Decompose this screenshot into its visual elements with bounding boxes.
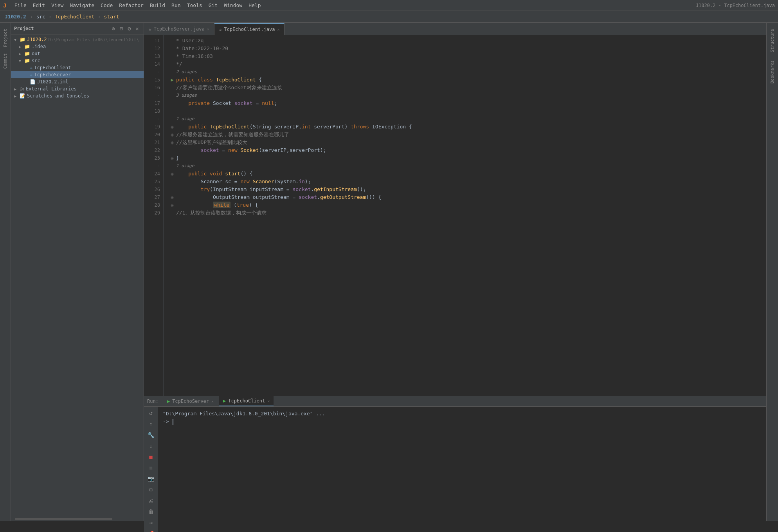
pin-btn[interactable]: 📌 xyxy=(146,529,156,532)
breadcrumb: J1020.2 › src › TcpEchoClient › start xyxy=(0,11,778,23)
tree-idea[interactable]: ▶ 📁 .idea xyxy=(11,43,144,50)
server-tab-icon: ☕ xyxy=(149,27,151,32)
tcp-server-label: TcpEchoServer xyxy=(34,72,71,78)
tree-tcp-client[interactable]: ☕ TcpEchoClient xyxy=(11,64,144,71)
breadcrumb-src[interactable]: src xyxy=(36,14,45,20)
menu-help[interactable]: Help xyxy=(245,0,264,11)
client-tab-label: TcpEchoClient.java xyxy=(224,27,275,32)
print-btn[interactable]: 🖨 xyxy=(146,496,156,505)
stop-btn[interactable]: ■ xyxy=(146,452,156,462)
settings-btn[interactable]: ≡ xyxy=(146,463,156,472)
code-line-21: ◉ //这里和UDP客户端差别比较大 xyxy=(168,139,762,146)
tab-server[interactable]: ☕ TcpEchoServer.java ✕ xyxy=(144,23,214,35)
code-line-14: */ xyxy=(168,60,762,68)
menu-build[interactable]: Build xyxy=(147,0,168,11)
trash-btn[interactable]: 🗑 xyxy=(146,507,156,516)
breadcrumb-method[interactable]: start xyxy=(104,14,119,20)
close-panel-btn[interactable]: ✕ xyxy=(134,25,140,32)
run-output-line-1: "D:\Program Files\Java\jdk1.8.0_201\bin\… xyxy=(163,410,762,418)
tab-client[interactable]: ☕ TcpEchoClient.java ✕ xyxy=(214,23,285,35)
code-meta-usages-4: 1 usage xyxy=(168,162,762,170)
menu-code[interactable]: Code xyxy=(97,0,116,11)
run-client-close[interactable]: ✕ xyxy=(267,399,270,403)
project-tree: ▼ 📁 J1020.2 D:\Program Files (x86)\tence… xyxy=(11,34,144,517)
code-line-23: ◉ } xyxy=(168,154,762,162)
server-tab-close[interactable]: ✕ xyxy=(207,27,209,31)
code-line-20: ◉ //和服务器建立连接，就需要知道服务器在哪儿了 xyxy=(168,131,762,139)
far-left-strip: Project Commit xyxy=(0,23,11,521)
scratches-label: Scratches and Consoles xyxy=(27,93,89,99)
code-line-22: socket = new Socket(serverIP,serverPort)… xyxy=(168,146,762,154)
tab-bar: ☕ TcpEchoServer.java ✕ ☕ TcpEchoClient.j… xyxy=(144,23,766,35)
code-line-19: ◉ public TcpEchoClient(String serverIP,i… xyxy=(168,123,762,131)
code-content[interactable]: * User:zq * Date:2022-10-20 * Time:16:03 xyxy=(164,35,766,396)
menu-run[interactable]: Run xyxy=(168,0,184,11)
server-tab-label: TcpEchoServer.java xyxy=(154,26,205,32)
tree-root[interactable]: ▼ 📁 J1020.2 D:\Program Files (x86)\tence… xyxy=(11,36,144,43)
src-label: src xyxy=(32,58,40,63)
code-line-26: try(InputStream inputStream = socket.get… xyxy=(168,186,762,193)
split-btn[interactable]: ⊞ xyxy=(146,485,156,494)
code-line-29: //1、从控制台读取数据，构成一个请求 xyxy=(168,209,762,217)
run-panel: Run: ▶ TcpEchoServer ✕ ▶ TcpEchoClient ✕… xyxy=(144,396,766,521)
menu-edit[interactable]: Edit xyxy=(30,0,48,11)
add-content-root-btn[interactable]: ⊕ xyxy=(110,25,116,32)
menu-file[interactable]: File xyxy=(11,0,29,11)
run-label: Run: xyxy=(147,399,158,404)
menu-tools[interactable]: Tools xyxy=(184,0,205,11)
code-line-11: * User:zq xyxy=(168,37,762,45)
tree-src[interactable]: ▼ 📁 src xyxy=(11,57,144,64)
run-server-label: TcpEchoServer xyxy=(172,399,209,404)
commit-tab[interactable]: Commit xyxy=(1,50,9,72)
code-line-17: private Socket socket = null; xyxy=(168,99,762,107)
collapse-all-btn[interactable]: ⊟ xyxy=(118,25,124,32)
scroll-down-btn[interactable]: ↓ xyxy=(146,441,156,451)
client-tab-close[interactable]: ✕ xyxy=(277,27,279,32)
bookmarks-tab[interactable]: Bookmarks xyxy=(767,57,777,87)
run-server-close[interactable]: ✕ xyxy=(211,399,214,404)
menu-git[interactable]: Git xyxy=(205,0,221,11)
project-tab[interactable]: Project xyxy=(1,26,9,50)
menu-bar: J File Edit View Navigate Code Refactor … xyxy=(0,0,778,11)
camera-btn[interactable]: 📷 xyxy=(146,474,156,483)
menu-window[interactable]: Window xyxy=(221,0,245,11)
scroll-up-btn[interactable]: ↑ xyxy=(146,419,156,429)
app-logo: J xyxy=(3,2,6,9)
code-line-12: * Date:2022-10-20 xyxy=(168,45,762,52)
code-editor: 11 12 13 14 · 15 16 · 17 18 · 19 20 21 2… xyxy=(144,35,766,396)
rerun-btn[interactable]: ↺ xyxy=(146,408,156,418)
wrap-btn[interactable]: ⇥ xyxy=(146,518,156,527)
menu-view[interactable]: View xyxy=(48,0,67,11)
root-path: D:\Program Files (x86)\tencent\Git\ xyxy=(49,37,139,42)
line-numbers: 11 12 13 14 · 15 16 · 17 18 · 19 20 21 2… xyxy=(144,35,164,396)
tree-scratches[interactable]: ▶ 📝 Scratches and Consoles xyxy=(11,92,144,99)
run-content[interactable]: "D:\Program Files\Java\jdk1.8.0_201\bin\… xyxy=(158,407,766,532)
menu-navigate[interactable]: Navigate xyxy=(67,0,97,11)
client-tab-icon: ☕ xyxy=(219,27,222,32)
breadcrumb-class[interactable]: TcpEchoClient xyxy=(55,14,95,20)
main-layout: Project Commit Project ⊕ ⊟ ⚙ ✕ ▼ 📁 J1020… xyxy=(0,23,778,521)
run-tab-server[interactable]: ▶ TcpEchoServer ✕ xyxy=(163,396,218,406)
root-label: J1020.2 xyxy=(27,37,47,42)
tree-iml[interactable]: 📄 J1020.2.iml xyxy=(11,78,144,85)
code-line-24: ◉ public void start() { xyxy=(168,170,762,178)
settings-btn[interactable]: ⚙ xyxy=(126,25,132,32)
tcp-client-label: TcpEchoClient xyxy=(34,65,71,70)
tree-out[interactable]: ▶ 📁 out xyxy=(11,50,144,57)
run-tab-client[interactable]: ▶ TcpEchoClient ✕ xyxy=(219,396,274,406)
run-layout: ↺ ↑ 🔧 ↓ ■ ≡ 📷 ⊞ 🖨 🗑 ⇥ 📌 "D:\Program File… xyxy=(144,407,766,532)
code-meta-usages-3: 1 usage xyxy=(168,115,762,123)
tools-btn[interactable]: 🔧 xyxy=(146,430,156,440)
structure-tab[interactable]: Structure xyxy=(767,26,777,56)
panel-scrollbar[interactable] xyxy=(11,517,144,521)
panel-toolbar: ⊕ ⊟ ⚙ ✕ xyxy=(110,25,140,32)
tree-ext-lib[interactable]: ▶ 🗂 External Libraries xyxy=(11,85,144,92)
iml-label: J1020.2.iml xyxy=(37,79,68,85)
tree-tcp-server[interactable]: ☕ TcpEchoServer xyxy=(11,71,144,78)
run-output-line-2: -> xyxy=(163,418,762,426)
ext-lib-label: External Libraries xyxy=(26,86,77,92)
code-line-25: Scanner sc = new Scanner(System.in); xyxy=(168,178,762,186)
menu-refactor[interactable]: Refactor xyxy=(116,0,147,11)
idea-label: .idea xyxy=(32,44,46,49)
code-line-28: ◉ while (true) { xyxy=(168,201,762,209)
